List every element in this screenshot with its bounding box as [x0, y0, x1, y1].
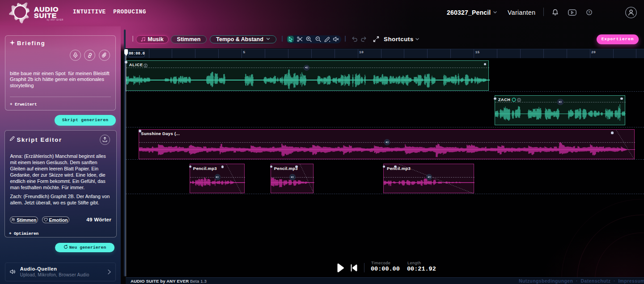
svg-text:?: ? [588, 10, 590, 14]
